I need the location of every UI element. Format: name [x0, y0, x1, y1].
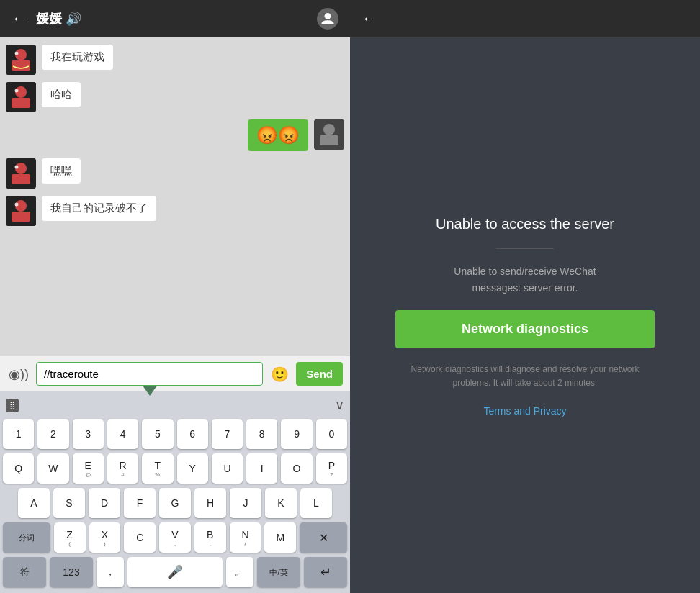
avatar — [6, 45, 36, 75]
kb-key-6[interactable]: 6 — [177, 419, 208, 449]
kb-key-s[interactable]: S — [53, 488, 85, 518]
kb-key-7[interactable]: 7 — [212, 419, 243, 449]
kb-key-5[interactable]: 5 — [142, 419, 173, 449]
send-button[interactable]: Send — [296, 362, 343, 386]
left-back-button[interactable]: ← — [12, 9, 27, 28]
kb-key-k[interactable]: K — [265, 488, 297, 518]
message-row: 我在玩游戏 — [6, 45, 344, 75]
divider — [496, 248, 554, 249]
message-row: 哈哈 — [6, 82, 344, 112]
keyboard-toolbar: ⣿ ∨ — [1, 394, 349, 416]
svg-rect-11 — [320, 135, 338, 145]
voice-icon[interactable]: ◉)) — [7, 363, 30, 386]
avatar — [6, 82, 36, 112]
kb-key-9[interactable]: 9 — [281, 419, 312, 449]
kb-key-q[interactable]: Q — [3, 453, 34, 484]
kb-key-z[interactable]: Z( — [54, 522, 86, 553]
keyboard-q-row: Q W E@ R# T% Y U I O P? — [3, 453, 347, 484]
left-panel: ← 媛媛 🔊 我在玩游戏 — [0, 0, 350, 593]
kb-key-8[interactable]: 8 — [246, 419, 277, 449]
kb-key-p[interactable]: P? — [316, 453, 347, 484]
kb-key-mic[interactable]: 🎤 — [127, 557, 223, 587]
keyboard-bottom-row: 符 123 ， 🎤 。 中/英 ↵ — [3, 557, 347, 587]
kb-key-period[interactable]: 。 — [226, 557, 253, 587]
right-panel: ← Unable to access the server Unable to … — [350, 0, 700, 593]
kb-key-d[interactable]: D — [89, 488, 120, 518]
keyboard-grid-icon[interactable]: ⣿ — [6, 399, 19, 412]
svg-point-15 — [15, 166, 19, 169]
keyboard-chevron[interactable]: ∨ — [335, 397, 344, 413]
kb-key-zhongying[interactable]: 中/英 — [257, 557, 300, 587]
svg-point-0 — [325, 13, 331, 19]
kb-key-i[interactable]: I — [246, 453, 277, 484]
avatar — [6, 196, 36, 226]
emoji-bubble: 😡😡 — [248, 119, 308, 151]
kb-key-3[interactable]: 3 — [73, 419, 104, 449]
message-bubble: 我在玩游戏 — [42, 45, 113, 70]
autocomplete-indicator — [143, 386, 157, 396]
kb-key-4[interactable]: 4 — [107, 419, 138, 449]
keyboard-area: ⣿ ∨ 1 2 3 4 5 6 7 8 9 0 Q W E@ — [0, 391, 350, 593]
keyboard-number-row: 1 2 3 4 5 6 7 8 9 0 — [3, 419, 347, 449]
kb-key-c[interactable]: C — [124, 522, 156, 553]
keyboard-a-row: A S D F G H J K L — [3, 488, 347, 518]
svg-point-19 — [15, 203, 19, 207]
kb-key-e[interactable]: E@ — [73, 453, 104, 484]
kb-key-enter[interactable]: ↵ — [304, 557, 347, 587]
kb-key-u[interactable]: U — [212, 453, 243, 484]
profile-icon[interactable] — [317, 8, 338, 30]
avatar — [6, 158, 36, 189]
kb-key-comma[interactable]: ， — [97, 557, 124, 587]
kb-key-fenci[interactable]: 分词 — [3, 522, 50, 553]
terms-and-privacy-link[interactable]: Terms and Privacy — [483, 405, 566, 417]
keyboard-rows: 1 2 3 4 5 6 7 8 9 0 Q W E@ R# T% Y U I — [1, 416, 349, 590]
server-error-description: Unable to send/receive WeChatmessages: s… — [454, 263, 596, 296]
svg-rect-18 — [12, 212, 30, 222]
message-bubble: 哈哈 — [42, 82, 81, 107]
kb-key-123[interactable]: 123 — [50, 557, 93, 587]
svg-point-8 — [15, 89, 19, 93]
kb-key-h[interactable]: H — [194, 488, 226, 518]
kb-key-0[interactable]: 0 — [316, 419, 347, 449]
kb-key-a[interactable]: A — [18, 488, 50, 518]
kb-key-f[interactable]: F — [124, 488, 156, 518]
emoji-icon[interactable]: 🙂 — [269, 363, 290, 385]
kb-key-1[interactable]: 1 — [3, 419, 34, 449]
chat-area: 我在玩游戏 哈哈 — [0, 37, 350, 356]
kb-key-t[interactable]: T% — [142, 453, 173, 484]
kb-key-g[interactable]: G — [159, 488, 191, 518]
text-input-wrap — [36, 362, 263, 386]
kb-key-fu[interactable]: 符 — [3, 557, 46, 587]
svg-rect-7 — [12, 98, 30, 108]
kb-key-l[interactable]: L — [300, 488, 332, 518]
svg-rect-14 — [12, 174, 30, 184]
kb-backspace[interactable]: ✕ — [300, 522, 347, 553]
input-area: ◉)) 🙂 Send — [0, 356, 350, 391]
right-header: ← — [350, 0, 700, 37]
kb-key-j[interactable]: J — [230, 488, 261, 518]
kb-key-n[interactable]: N/ — [230, 522, 261, 553]
kb-key-y[interactable]: Y — [177, 453, 208, 484]
kb-key-2[interactable]: 2 — [37, 419, 68, 449]
message-input[interactable] — [36, 362, 263, 386]
server-error-title: Unable to access the server — [436, 214, 614, 234]
kb-key-r[interactable]: R# — [107, 453, 138, 484]
kb-key-x[interactable]: X) — [89, 522, 121, 553]
right-back-button[interactable]: ← — [362, 9, 377, 28]
message-bubble: 我自己的记录破不了 — [42, 196, 156, 221]
left-header: ← 媛媛 🔊 — [0, 0, 350, 37]
kb-key-o[interactable]: O — [281, 453, 312, 484]
svg-point-10 — [323, 124, 335, 135]
message-bubble: 嘿嘿 — [42, 158, 81, 184]
keyboard-z-row: 分词 Z( X) C V: B; N/ M ✕ — [3, 522, 347, 553]
right-content: Unable to access the server Unable to se… — [350, 37, 700, 593]
kb-key-v[interactable]: V: — [159, 522, 191, 553]
message-row-sent: 😡😡 — [6, 119, 344, 151]
chat-title: 媛媛 🔊 — [36, 10, 317, 27]
svg-rect-3 — [12, 60, 30, 71]
message-row: 我自己的记录破不了 — [6, 196, 344, 226]
kb-key-b[interactable]: B; — [194, 522, 226, 553]
kb-key-m[interactable]: M — [264, 522, 296, 553]
kb-key-w[interactable]: W — [37, 453, 68, 484]
network-diagnostics-button[interactable]: Network diagnostics — [395, 310, 655, 348]
